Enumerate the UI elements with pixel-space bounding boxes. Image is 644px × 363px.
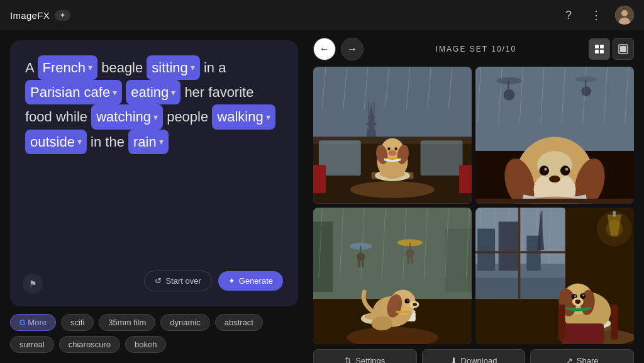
more-options-icon[interactable]: ⋮: [587, 6, 605, 24]
svg-rect-116: [477, 228, 495, 271]
settings-icon: ⇅: [345, 356, 352, 363]
app-logo: ImageFX: [10, 10, 50, 21]
svg-rect-8: [620, 46, 626, 52]
svg-rect-38: [313, 165, 326, 193]
style-chip-scifi[interactable]: scifi: [61, 314, 94, 331]
share-label: Share: [577, 356, 599, 363]
flag-button[interactable]: ⚑: [23, 274, 43, 294]
download-label: Download: [461, 356, 497, 363]
bottom-bar: ⇅ Settings ⬇ Download ↗ Share: [313, 344, 634, 363]
style-chip-surreal[interactable]: surreal: [10, 336, 54, 353]
svg-point-134: [582, 294, 584, 296]
right-panel: ← → IMAGE SET 10/10: [308, 30, 644, 363]
next-button[interactable]: →: [341, 38, 364, 60]
generate-icon: ✦: [228, 276, 235, 286]
svg-rect-117: [499, 221, 519, 271]
svg-rect-4: [600, 45, 604, 48]
svg-rect-121: [475, 251, 565, 253]
image-cell-3[interactable]: [313, 208, 472, 345]
svg-rect-88: [407, 253, 409, 264]
svg-rect-20: [367, 123, 377, 125]
prompt-actions: ↺ Start over ✦ Generate: [25, 271, 283, 291]
more-label: More: [28, 318, 47, 327]
svg-point-32: [387, 147, 390, 150]
svg-point-101: [407, 299, 408, 301]
svg-point-64: [544, 168, 547, 170]
style-chip-chiaroscuro[interactable]: chiaroscuro: [59, 336, 120, 353]
chip-outside[interactable]: outside ▾: [25, 130, 87, 154]
svg-point-24: [350, 181, 435, 198]
svg-rect-6: [600, 50, 604, 53]
style-chip-abstract[interactable]: abstract: [215, 314, 263, 331]
svg-point-65: [565, 168, 568, 170]
svg-rect-120: [541, 211, 543, 249]
chip-watching[interactable]: watching ▾: [91, 104, 163, 129]
grid-view-button[interactable]: [589, 38, 610, 60]
share-icon: ↗: [566, 356, 573, 363]
svg-rect-71: [445, 228, 472, 291]
svg-rect-39: [459, 165, 472, 193]
image-set-label: IMAGE SET 10/10: [436, 45, 517, 53]
svg-point-103: [413, 303, 417, 305]
topbar-left: ImageFX ✦: [10, 10, 70, 21]
generate-label: Generate: [239, 276, 273, 286]
prompt-box: A French ▾ beagle sitting ▾ in a Parisia…: [10, 40, 298, 306]
svg-rect-70: [313, 221, 333, 292]
svg-point-66: [549, 176, 560, 182]
start-over-label: Start over: [165, 276, 201, 286]
svg-rect-5: [595, 50, 599, 53]
settings-button[interactable]: ⇅ Settings: [313, 349, 417, 363]
chip-eating[interactable]: eating ▾: [126, 80, 180, 104]
prev-button[interactable]: ←: [313, 38, 336, 60]
svg-point-1: [621, 10, 628, 16]
svg-rect-139: [611, 304, 618, 340]
avatar[interactable]: [615, 6, 634, 25]
style-chip-bokeh[interactable]: bokeh: [125, 336, 166, 353]
google-g-icon: G: [19, 318, 25, 327]
style-chips: G More scifi 35mm film dynamic abstract …: [10, 306, 298, 353]
start-over-icon: ↺: [155, 276, 162, 286]
chip-parisian-cafe[interactable]: Parisian cafe ▾: [25, 80, 122, 104]
more-styles-button[interactable]: G More: [10, 314, 56, 331]
topbar-right: ? ⋮: [560, 6, 634, 25]
share-button[interactable]: ↗ Share: [530, 349, 634, 363]
svg-point-133: [574, 295, 576, 297]
svg-point-34: [388, 150, 396, 156]
svg-rect-68: [475, 199, 634, 204]
chip-walking[interactable]: walking ▾: [212, 104, 275, 129]
chip-sitting[interactable]: sitting ▾: [147, 55, 199, 80]
chip-french[interactable]: French ▾: [38, 55, 97, 80]
image-cell-4[interactable]: [475, 208, 634, 345]
svg-point-105: [372, 316, 392, 330]
svg-rect-137: [562, 323, 604, 344]
main-area: A French ▾ beagle sitting ▾ in a Parisia…: [0, 30, 644, 363]
style-chip-dynamic[interactable]: dynamic: [160, 314, 209, 331]
download-icon: ⬇: [450, 356, 457, 363]
svg-point-33: [394, 147, 397, 150]
svg-rect-84: [362, 257, 364, 267]
style-chip-35mm[interactable]: 35mm film: [99, 314, 155, 331]
topbar: ImageFX ✦ ? ⋮: [0, 0, 644, 30]
generate-button[interactable]: ✦ Generate: [218, 271, 283, 291]
svg-rect-37: [421, 140, 463, 176]
svg-point-62: [539, 165, 549, 176]
svg-rect-138: [558, 304, 565, 340]
start-over-button[interactable]: ↺ Start over: [144, 271, 211, 291]
nav-buttons: ← →: [313, 38, 364, 60]
svg-rect-83: [358, 257, 360, 267]
settings-label: Settings: [355, 356, 385, 363]
image-header: ← → IMAGE SET 10/10: [313, 35, 634, 67]
download-button[interactable]: ⬇ Download: [422, 349, 526, 363]
single-view-button[interactable]: [613, 38, 634, 60]
image-cell-1[interactable]: [313, 67, 472, 204]
left-panel: A French ▾ beagle sitting ▾ in a Parisia…: [0, 30, 308, 363]
chip-rain[interactable]: rain ▾: [128, 130, 169, 154]
image-cell-2[interactable]: [475, 67, 634, 204]
svg-rect-21: [368, 116, 375, 118]
prompt-text: A French ▾ beagle sitting ▾ in a Parisia…: [25, 55, 283, 154]
svg-rect-122: [518, 208, 520, 299]
svg-rect-55: [585, 79, 586, 95]
view-toggle: [589, 38, 634, 60]
svg-point-136: [575, 299, 580, 304]
help-icon[interactable]: ?: [560, 6, 577, 24]
